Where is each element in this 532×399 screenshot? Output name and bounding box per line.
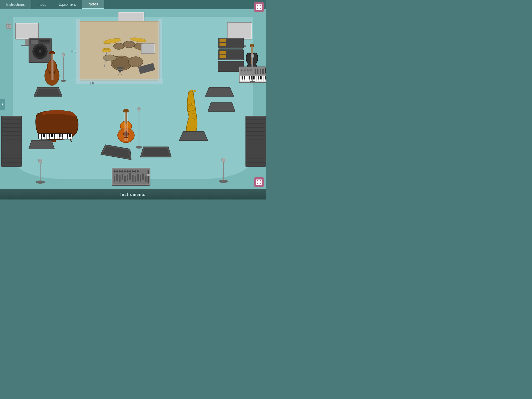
monitor-wedge-sax-bottom[interactable] [179,130,208,143]
svg-rect-62 [63,54,64,55]
svg-point-155 [132,170,134,172]
svg-point-14 [103,55,116,61]
svg-rect-49 [39,40,50,42]
acoustic-guitar[interactable] [114,108,138,145]
svg-rect-80 [43,134,45,137]
svg-rect-79 [41,134,42,137]
mic-stand-right-amps[interactable] [249,54,256,88]
bottom-bar: Instruments [0,189,266,200]
mixing-board[interactable] [112,168,151,187]
svg-point-208 [244,69,246,71]
tab-notes[interactable]: Notes [82,0,105,9]
svg-marker-11 [2,103,3,106]
monitor-wedge-bottom-right[interactable] [140,146,171,159]
svg-rect-140 [127,175,128,181]
svg-rect-233 [246,117,265,166]
svg-rect-213 [260,69,261,74]
svg-marker-220 [205,87,234,96]
svg-point-109 [36,181,45,184]
svg-rect-86 [67,134,68,137]
tab-equipment[interactable]: Equipment [52,0,82,9]
svg-rect-158 [148,170,149,183]
svg-rect-3 [260,8,261,9]
svg-point-226 [189,104,191,107]
label-4ft: 4 ft [71,50,76,53]
side-panel-arrow[interactable] [0,99,5,110]
svg-rect-85 [62,134,63,137]
svg-rect-145 [140,175,141,182]
svg-rect-216 [266,69,266,73]
svg-point-223 [192,108,195,111]
expand-button-bottom-right[interactable] [254,177,264,187]
svg-rect-95 [2,117,21,166]
tab-input[interactable]: Input [31,0,52,9]
svg-rect-167 [220,55,226,58]
drum-kit[interactable] [78,22,160,80]
svg-rect-143 [135,176,136,182]
svg-rect-25 [117,67,123,69]
svg-rect-7 [260,183,261,184]
monitor-wedge-bottom-left[interactable] [101,146,132,159]
svg-point-248 [222,158,225,162]
svg-point-222 [191,103,194,105]
svg-point-225 [192,118,195,121]
svg-point-61 [62,53,65,57]
svg-point-154 [129,170,131,172]
svg-point-151 [121,170,123,172]
mic-stand-bottom-right[interactable] [218,158,229,190]
svg-rect-33 [16,24,38,38]
svg-point-53 [49,51,55,54]
svg-rect-84 [59,134,61,137]
svg-rect-135 [114,176,115,182]
stage-area: 4 ft 8 ft [0,9,266,200]
svg-rect-111 [39,160,42,161]
monitor-wedge-left[interactable] [34,86,62,99]
svg-rect-0 [257,5,258,6]
speaker-stack-right[interactable] [245,116,266,169]
svg-point-219 [251,54,254,58]
svg-rect-142 [132,175,134,182]
svg-point-150 [119,170,121,172]
svg-rect-204 [265,76,266,79]
svg-point-148 [114,170,116,172]
svg-rect-212 [257,69,258,74]
svg-rect-214 [262,69,264,74]
svg-point-153 [127,170,129,172]
mic-stand-bottom-left[interactable] [35,159,45,191]
nav-bar: Instructions Input Equipment Notes [0,0,266,9]
expand-button-top-right[interactable] [254,2,264,12]
svg-rect-6 [257,183,258,184]
svg-rect-202 [258,76,259,79]
svg-point-24 [102,49,111,52]
monitor-wedge-right-center[interactable] [208,102,235,114]
svg-rect-31 [142,44,154,53]
svg-rect-124 [124,137,128,138]
svg-rect-5 [260,180,261,182]
svg-rect-198 [244,76,245,79]
svg-point-207 [241,69,243,71]
grand-piano[interactable] [34,108,79,143]
svg-rect-128 [138,108,140,109]
svg-point-247 [219,180,228,183]
svg-rect-141 [129,173,131,180]
svg-point-209 [247,69,249,71]
svg-point-16 [114,43,124,49]
monitor-wedge-right[interactable] [205,86,234,99]
bottom-bar-label: Instruments [121,192,146,197]
svg-point-60 [61,80,66,82]
svg-rect-159 [147,174,150,176]
monitor-wedge-piano-left[interactable] [29,139,55,151]
label-8ft: 8 ft [90,82,94,85]
svg-rect-48 [31,40,38,44]
lock-icon [5,21,12,29]
speaker-stack-left[interactable] [1,116,22,169]
mic-stand-left[interactable] [60,52,67,87]
drum-riser [78,21,160,81]
svg-rect-138 [122,174,123,180]
svg-marker-230 [179,131,208,141]
svg-rect-136 [116,174,118,181]
svg-point-156 [134,170,136,172]
tab-instructions[interactable]: Instructions [0,0,31,9]
svg-rect-191 [261,76,263,81]
svg-point-149 [116,170,118,172]
